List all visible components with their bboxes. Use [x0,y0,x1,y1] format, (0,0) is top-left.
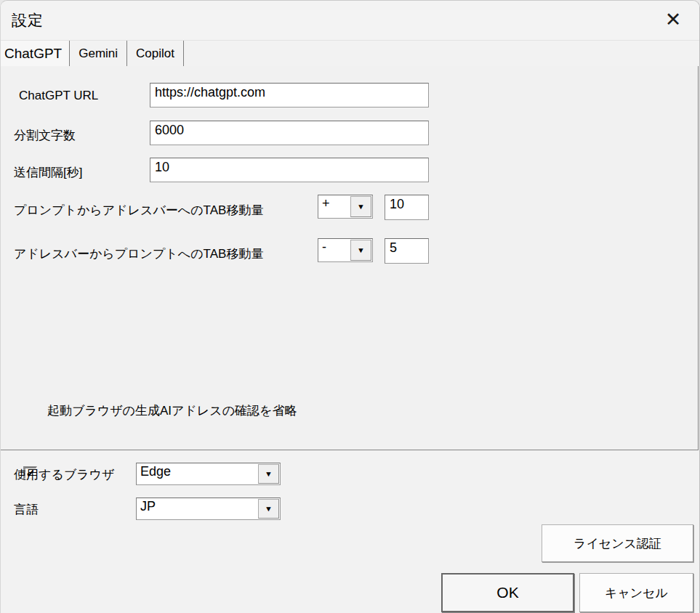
cancel-button[interactable]: キャンセル [579,573,693,612]
tab-gemini[interactable]: Gemini [70,41,127,66]
browser-value: Edge [137,463,257,484]
dropdown-arrow-button[interactable]: ▼ [258,499,279,519]
split-chars-label: 分割文字数 [14,127,76,144]
tab-copilot[interactable]: Copilot [127,41,184,66]
tab-move-to-address-label: プロンプトからアドレスバーへのTAB移動量 [14,202,263,219]
send-interval-input[interactable] [150,158,429,182]
close-icon[interactable]: ✕ [657,5,689,34]
language-value: JP [137,498,257,519]
tab-move-to-address-sign-dropdown[interactable]: + ▼ [318,195,373,219]
tab-move-to-prompt-sign-value: - [318,239,350,261]
dropdown-arrow-button[interactable]: ▼ [350,240,371,261]
browser-label: 使用するブラウザ [14,466,114,483]
ok-button[interactable]: OK [441,573,574,612]
split-chars-input[interactable] [150,121,429,145]
dialog-title: 設定 [12,10,44,31]
chevron-down-icon: ▼ [357,247,365,254]
chevron-down-icon: ▼ [265,506,273,513]
language-dropdown[interactable]: JP ▼ [136,498,281,520]
browser-dropdown[interactable]: Edge ▼ [136,463,281,485]
chevron-down-icon: ▼ [265,471,273,478]
dropdown-arrow-button[interactable]: ▼ [350,196,371,217]
license-auth-button[interactable]: ライセンス認証 [542,524,693,562]
tab-move-to-address-input[interactable] [385,195,429,220]
language-label: 言語 [14,501,39,518]
tab-move-to-prompt-sign-dropdown[interactable]: - ▼ [318,238,373,262]
dropdown-arrow-button[interactable]: ▼ [258,464,279,484]
chevron-down-icon: ▼ [357,203,365,211]
tab-chatgpt[interactable]: ChatGPT [1,41,70,66]
tab-bar: ChatGPT Gemini Copilot [1,41,184,66]
tab-move-to-prompt-label: アドレスバーからプロンプトへのTAB移動量 [14,245,263,262]
chatgpt-url-label: ChatGPT URL [19,89,98,103]
tab-move-to-address-sign-value: + [318,195,350,218]
tab-move-to-prompt-input[interactable] [385,238,429,264]
chatgpt-url-input[interactable] [150,83,429,107]
send-interval-label: 送信間隔[秒] [14,164,82,181]
skip-confirmation-label: 起動ブラウザの生成AIアドレスの確認を省略 [47,402,297,419]
title-bar: 設定 ✕ [1,1,699,41]
tab-panel-chatgpt: ChatGPT URL 分割文字数 送信間隔[秒] プロンプトからアドレスバーへ… [1,66,699,450]
settings-dialog: 設定 ✕ ChatGPT Gemini Copilot ChatGPT URL … [0,0,700,613]
